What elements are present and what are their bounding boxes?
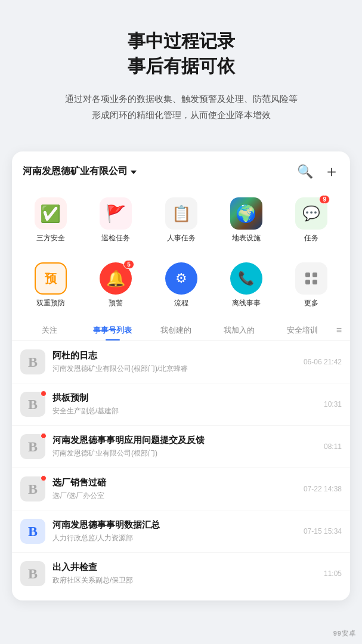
item-title-1: 阿杜的日志 [52,350,296,361]
patrol-label: 巡检任务 [101,233,130,243]
item-title-2: 拱板预制 [52,392,317,404]
icon-item-flow[interactable]: ⚙ 流程 [148,258,214,313]
avatar-item2: B [20,392,45,417]
safety-icon: ✅ [35,197,67,230]
item-sub-1: 河南发恩德矿业有限公司(根部门)/北京蜂睿 [52,364,296,374]
avatar-item4: B [20,476,45,501]
item-sub-6: 政府社区关系副总/保卫部 [52,575,317,586]
surface-icon: 🌍 [230,197,262,230]
hr-icon: 📋 [165,197,197,230]
tab-follow[interactable]: 关注 [18,320,81,340]
more-label: 更多 [304,298,318,308]
grid-icon [303,270,320,287]
item-sub-5: 人力行政总监/人力资源部 [52,533,296,543]
avatar-icon-1: B [20,349,45,374]
tab-list[interactable]: 事事号列表 [81,320,144,340]
icon-item-double[interactable]: 预 双重预防 [18,258,83,313]
unread-dot-2 [41,391,47,397]
safety-label: 三方安全 [36,233,65,243]
icon-item-alert[interactable]: 🔔 5 预警 [83,258,148,313]
search-icon[interactable]: 🔍 [297,164,313,179]
avatar-icon-6: B [20,561,45,586]
item-sub-2: 安全生产副总/基建部 [52,406,317,416]
item-title-5: 河南发恩德事事明数据汇总 [52,519,296,531]
avatar-item3: B [20,434,45,459]
icon-wrapper-more [295,262,327,295]
item-title-3: 河南发恩德事事明应用问题提交及反馈 [52,435,317,446]
item-content-2: 拱板预制 安全生产副总/基建部 [52,392,317,416]
more-icon [295,262,327,295]
icon-wrapper-double: 预 [35,262,67,295]
double-label: 双重预防 [36,298,65,308]
list-item[interactable]: B 河南发恩德事事明应用问题提交及反馈 河南发恩德矿业有限公司(根部门) 08:… [12,426,350,468]
avatar-item1: B [20,349,45,374]
icon-row-1: ✅ 三方安全 🚩 巡检任务 📋 人事任务 🌍 地表设施 [12,188,350,253]
icon-wrapper-offline: 📞 [230,262,262,295]
icon-item-task[interactable]: 💬 9 任务 [279,193,344,248]
company-selector[interactable]: 河南发恩德矿业有限公司 [23,165,137,178]
chevron-down-icon [131,171,137,174]
icon-item-offline[interactable]: 📞 离线事事 [214,258,279,313]
avatar-icon-5: B [20,519,45,544]
offline-label: 离线事事 [232,298,261,308]
icon-wrapper-hr: 📋 [165,197,197,230]
svg-rect-3 [313,280,317,284]
icon-item-hr[interactable]: 📋 人事任务 [148,193,214,248]
item-sub-4: 选厂/选厂办公室 [52,491,296,501]
menu-icon[interactable]: ≡ [334,320,344,340]
tab-joined[interactable]: 我加入的 [208,320,271,340]
double-icon: 预 [35,262,67,295]
surface-label: 地表设施 [232,233,261,243]
item-time-3: 08:11 [324,442,342,451]
header-actions: 🔍 ＋ [297,161,339,182]
icon-row-2: 预 双重预防 🔔 5 预警 ⚙ 流程 📞 离线事事 [12,253,350,318]
tab-training[interactable]: 安全培训 [271,320,334,340]
item-time-6: 11:05 [324,569,342,578]
tab-created[interactable]: 我创建的 [144,320,208,340]
nav-tabs: 关注 事事号列表 我创建的 我加入的 安全培训 ≡ [12,318,350,341]
item-time-5: 07-15 15:34 [304,527,342,535]
alert-badge: 5 [123,260,134,269]
patrol-icon: 🚩 [100,197,132,230]
item-content-3: 河南发恩德事事明应用问题提交及反馈 河南发恩德矿业有限公司(根部门) [52,435,317,459]
unread-dot-3 [41,433,47,439]
avatar-item5: B [20,519,45,544]
list-item[interactable]: B 出入井检查 政府社区关系副总/保卫部 11:05 [12,553,350,595]
add-icon[interactable]: ＋ [324,161,339,182]
item-title-6: 出入井检查 [52,562,317,573]
svg-rect-1 [313,273,317,277]
hr-label: 人事任务 [167,233,196,243]
company-name: 河南发恩德矿业有限公司 [23,165,128,178]
flow-label: 流程 [174,298,188,308]
list: B 阿杜的日志 河南发恩德矿业有限公司(根部门)/北京蜂睿 06-06 21:4… [12,341,350,595]
alert-label: 预警 [109,298,123,308]
card-header: 河南发恩德矿业有限公司 🔍 ＋ [12,151,350,188]
list-item[interactable]: B 河南发恩德事事明数据汇总 人力行政总监/人力资源部 07-15 15:34 [12,510,350,553]
flow-icon: ⚙ [165,262,197,295]
list-item[interactable]: B 选厂销售过碚 选厂/选厂办公室 07-22 14:38 [12,468,350,510]
icon-wrapper-surface: 🌍 [230,197,262,230]
list-item[interactable]: B 阿杜的日志 河南发恩德矿业有限公司(根部门)/北京蜂睿 06-06 21:4… [12,341,350,383]
item-title-4: 选厂销售过碚 [52,477,296,488]
item-time-1: 06-06 21:42 [304,358,342,366]
task-badge: 9 [319,195,330,204]
icon-item-more[interactable]: 更多 [279,258,344,313]
item-time-2: 10:31 [324,400,342,408]
item-content-5: 河南发恩德事事明数据汇总 人力行政总监/人力资源部 [52,519,296,543]
item-content-1: 阿杜的日志 河南发恩德矿业有限公司(根部门)/北京蜂睿 [52,350,296,374]
icon-item-safety[interactable]: ✅ 三方安全 [18,193,83,248]
hero-description: 通过对各项业务的数据收集、触发预警及处理、防范风险等 形成闭环的精细化管理，从而… [18,91,344,123]
item-time-4: 07-22 14:38 [304,485,342,493]
offline-icon: 📞 [230,262,262,295]
list-item[interactable]: B 拱板预制 安全生产副总/基建部 10:31 [12,383,350,426]
watermark: 99安卓 [333,629,356,638]
app-card: 河南发恩德矿业有限公司 🔍 ＋ ✅ 三方安全 🚩 巡检任务 📋 [12,151,350,600]
icon-wrapper-flow: ⚙ [165,262,197,295]
item-content-6: 出入井检查 政府社区关系副总/保卫部 [52,562,317,586]
hero-section: 事中过程记录 事后有据可依 通过对各项业务的数据收集、触发预警及处理、防范风险等… [0,0,362,141]
icon-wrapper-alert: 🔔 5 [100,262,132,295]
hero-title: 事中过程记录 事后有据可依 [18,29,344,79]
task-label: 任务 [304,233,318,243]
icon-item-patrol[interactable]: 🚩 巡检任务 [83,193,148,248]
icon-item-surface[interactable]: 🌍 地表设施 [214,193,279,248]
